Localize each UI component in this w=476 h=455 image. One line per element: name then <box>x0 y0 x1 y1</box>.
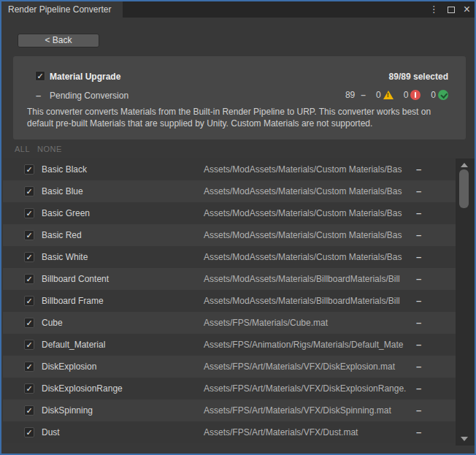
scroll-up-arrow-icon[interactable] <box>461 163 468 167</box>
scroll-down-arrow-icon[interactable] <box>461 437 468 441</box>
material-row[interactable]: ✓ DiskSpinning Assets/FPS/Art/Materials/… <box>3 399 456 421</box>
warning-count: 0 <box>376 90 381 100</box>
material-path: Assets/ModAssets/Materials/Custom Materi… <box>204 186 402 196</box>
row-checkbox[interactable]: ✓ <box>24 383 34 394</box>
pending-total: 89 <box>345 90 355 100</box>
material-row[interactable]: ✓ Default_Material Assets/FPS/Animation/… <box>3 334 456 356</box>
vertical-scrollbar[interactable] <box>456 158 475 446</box>
selection-actions: ALL NONE <box>15 145 62 155</box>
scroll-thumb[interactable] <box>459 169 469 208</box>
material-path: Assets/FPS/Art/Materials/VFX/DiskSpinnin… <box>204 405 391 416</box>
window-title: Render Pipeline Converter <box>8 4 111 15</box>
material-row[interactable]: ✓ Basic Black Assets/ModAssets/Materials… <box>3 158 456 180</box>
row-checkbox[interactable]: ✓ <box>24 296 34 306</box>
material-list: ✓ Basic Black Assets/ModAssets/Materials… <box>3 158 456 443</box>
row-checkbox[interactable]: ✓ <box>24 340 34 350</box>
row-checkbox[interactable]: ✓ <box>24 405 34 416</box>
row-status-dash-icon: – <box>416 317 421 328</box>
material-row[interactable]: ✓ Billboard Content Assets/ModAssets/Mat… <box>3 268 456 290</box>
material-path: Assets/ModAssets/Materials/Custom Materi… <box>204 252 402 262</box>
material-name: Cube <box>42 318 63 328</box>
material-path: Assets/FPS/Materials/Cube.mat <box>204 318 328 328</box>
row-checkbox[interactable]: ✓ <box>24 208 34 218</box>
material-path: Assets/ModAssets/Materials/Custom Materi… <box>204 230 402 240</box>
row-status-dash-icon: – <box>416 251 421 262</box>
material-row[interactable]: ✓ Dust Assets/FPS/Art/Materials/VFX/Dust… <box>3 421 456 443</box>
material-path: Assets/ModAssets/Materials/Custom Materi… <box>204 164 402 175</box>
material-name: Basic Blue <box>42 186 83 196</box>
material-row[interactable]: ✓ Basic White Assets/ModAssets/Materials… <box>3 246 456 268</box>
row-status-dash-icon: – <box>416 295 421 306</box>
error-count: 0 <box>404 90 409 100</box>
material-row[interactable]: ✓ Basic Blue Assets/ModAssets/Materials/… <box>3 180 456 202</box>
material-upgrade-checkbox[interactable]: ✓ <box>35 71 45 81</box>
material-name: DiskExplosionRange <box>42 383 123 394</box>
material-path: Assets/ModAssets/Materials/Custom Materi… <box>204 208 402 218</box>
material-name: Basic White <box>42 252 88 262</box>
converter-description: This converter converts Materials from t… <box>27 106 452 129</box>
kebab-menu-icon[interactable]: ⋮ <box>429 1 439 18</box>
select-all-button[interactable]: ALL <box>15 145 30 155</box>
row-checkbox[interactable]: ✓ <box>24 274 34 284</box>
row-status-dash-icon: – <box>416 339 421 350</box>
row-checkbox[interactable]: ✓ <box>24 427 34 437</box>
row-status-dash-icon: – <box>416 383 421 394</box>
material-row[interactable]: ✓ Basic Red Assets/ModAssets/Materials/C… <box>3 224 456 246</box>
pending-conversion-label: Pending Conversion <box>50 91 128 101</box>
material-path: Assets/FPS/Art/Materials/VFX/DiskExplosi… <box>204 362 395 372</box>
window-tab[interactable]: Render Pipeline Converter <box>1 1 123 18</box>
select-none-button[interactable]: NONE <box>37 145 62 155</box>
row-checkbox[interactable]: ✓ <box>24 230 34 240</box>
titlebar: Render Pipeline Converter ⋮ × <box>1 1 475 18</box>
row-status-dash-icon: – <box>416 361 421 372</box>
material-name: Default_Material <box>42 340 105 350</box>
material-name: Dust <box>42 427 60 437</box>
selected-count-label: 89/89 selected <box>389 72 448 82</box>
success-icon <box>438 90 448 100</box>
row-checkbox[interactable]: ✓ <box>24 186 34 196</box>
material-path: Assets/FPS/Animation/Rigs/Materials/Defa… <box>204 340 403 350</box>
material-name: DiskSpinning <box>42 405 93 416</box>
material-name: Basic Red <box>42 230 82 240</box>
render-pipeline-converter-window: Render Pipeline Converter ⋮ × < Back ✓ M… <box>0 0 476 455</box>
material-path: Assets/FPS/Art/Materials/VFX/DiskExplosi… <box>204 383 406 394</box>
pending-total-dash-icon: – <box>361 90 366 100</box>
material-name: DiskExplosion <box>42 362 96 372</box>
row-status-dash-icon: – <box>416 164 421 175</box>
row-status-dash-icon: – <box>416 405 421 416</box>
close-icon[interactable]: × <box>464 1 470 18</box>
error-icon <box>410 90 421 100</box>
row-checkbox[interactable]: ✓ <box>24 164 34 175</box>
material-path: Assets/ModAssets/Materials/BillboardMate… <box>204 296 400 306</box>
row-checkbox[interactable]: ✓ <box>24 362 34 372</box>
material-path: Assets/FPS/Art/Materials/VFX/Dust.mat <box>204 427 358 437</box>
row-status-dash-icon: – <box>416 273 421 284</box>
material-row[interactable]: ✓ Billboard Frame Assets/ModAssets/Mater… <box>3 290 456 312</box>
material-row[interactable]: ✓ DiskExplosionRange Assets/FPS/Art/Mate… <box>3 378 456 399</box>
row-checkbox[interactable]: ✓ <box>24 252 34 262</box>
material-row[interactable]: ✓ Basic Green Assets/ModAssets/Materials… <box>3 202 456 224</box>
row-status-dash-icon: – <box>416 229 421 240</box>
maximize-icon[interactable] <box>448 7 455 13</box>
success-count: 0 <box>431 90 436 100</box>
back-button[interactable]: < Back <box>18 34 99 47</box>
converter-title: Material Upgrade <box>50 72 120 82</box>
pending-counts: 89 – 0 0 0 <box>345 90 448 100</box>
material-row[interactable]: ✓ Cube Assets/FPS/Materials/Cube.mat – <box>3 312 456 334</box>
material-name: Billboard Frame <box>42 296 104 306</box>
row-status-dash-icon: – <box>416 207 421 218</box>
material-name: Basic Green <box>42 208 90 218</box>
material-upgrade-panel: ✓ Material Upgrade 89/89 selected – Pend… <box>13 56 466 139</box>
material-path: Assets/ModAssets/Materials/BillboardMate… <box>204 274 400 284</box>
material-row[interactable]: ✓ DiskExplosion Assets/FPS/Art/Materials… <box>3 356 456 378</box>
material-name: Billboard Content <box>42 274 109 284</box>
material-name: Basic Black <box>42 164 87 175</box>
warning-icon <box>383 91 394 99</box>
row-checkbox[interactable]: ✓ <box>24 318 34 328</box>
row-status-dash-icon: – <box>416 427 421 437</box>
row-status-dash-icon: – <box>416 186 421 196</box>
pending-dash-icon: – <box>36 90 41 101</box>
